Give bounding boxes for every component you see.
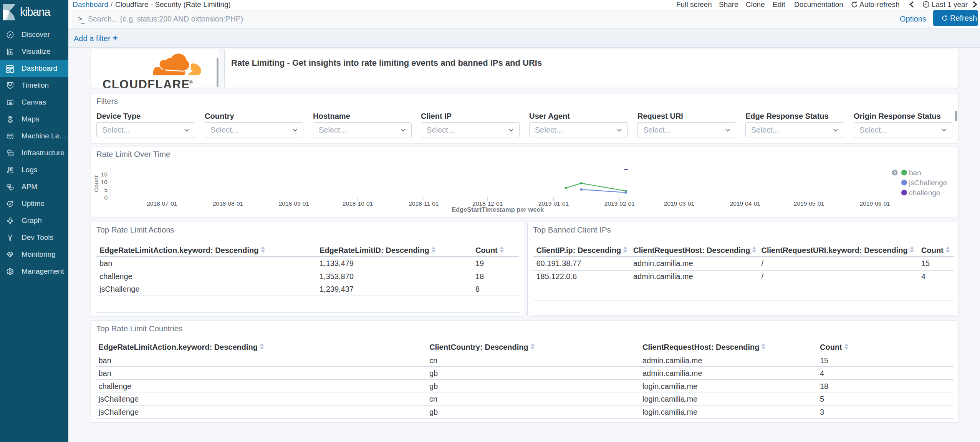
svg-text:15: 15 xyxy=(101,171,108,178)
svg-text:2018-07-01: 2018-07-01 xyxy=(147,200,177,207)
svg-text:2018-11-01: 2018-11-01 xyxy=(409,200,439,207)
svg-text:5: 5 xyxy=(104,186,108,193)
svg-text:2019-01-01: 2019-01-01 xyxy=(538,200,569,207)
svg-text:2019-05-01: 2019-05-01 xyxy=(794,200,824,207)
svg-text:EdgeStartTimestamp per week: EdgeStartTimestamp per week xyxy=(452,206,544,213)
svg-text:2019-06-01: 2019-06-01 xyxy=(860,200,890,207)
svg-text:jsChallenge: jsChallenge xyxy=(909,179,947,187)
svg-text:2018-10-01: 2018-10-01 xyxy=(343,200,373,207)
svg-text:2018-08-01: 2018-08-01 xyxy=(213,200,243,207)
svg-text:Count: Count xyxy=(93,175,99,192)
svg-text:2019-04-01: 2019-04-01 xyxy=(730,200,760,207)
svg-text:challenge: challenge xyxy=(909,189,940,197)
svg-text:2018-09-01: 2018-09-01 xyxy=(279,200,309,207)
svg-text:0: 0 xyxy=(104,194,108,201)
svg-text:2019-02-01: 2019-02-01 xyxy=(604,200,635,207)
svg-text:10: 10 xyxy=(101,179,108,185)
svg-text:2018-12-01: 2018-12-01 xyxy=(472,200,503,207)
svg-text:2019-03-01: 2019-03-01 xyxy=(664,200,694,207)
svg-text:ban: ban xyxy=(909,169,921,177)
